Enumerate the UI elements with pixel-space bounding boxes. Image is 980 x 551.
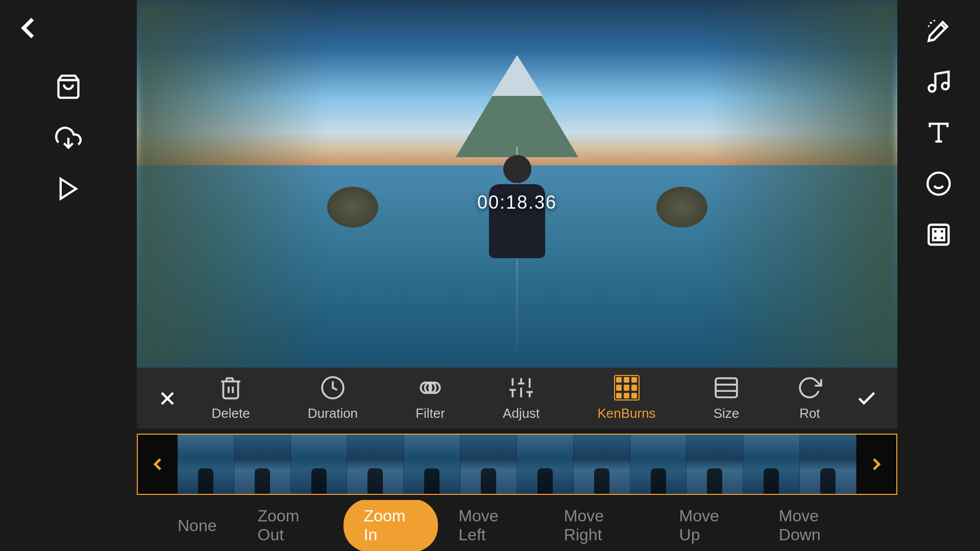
left-sidebar	[0, 0, 137, 551]
kenburns-zoom-out-label: Zoom Out	[258, 507, 323, 544]
svg-rect-33	[940, 229, 944, 234]
back-button[interactable]	[10, 10, 46, 46]
toolbar-delete[interactable]: Delete	[202, 370, 260, 427]
toolbar-kenburns[interactable]: KenBurns	[587, 370, 666, 427]
download-icon[interactable]	[48, 117, 89, 158]
kenburns-move-up-label: Move Up	[679, 507, 738, 544]
svg-point-21	[930, 22, 932, 24]
kenburns-icon	[614, 375, 640, 400]
blur-right	[707, 0, 898, 367]
frame-6	[460, 435, 517, 494]
kenburns-zoom-in[interactable]: Zoom In	[344, 499, 438, 551]
video-preview: 00:18.36	[137, 0, 897, 367]
video-timestamp: 00:18.36	[477, 192, 557, 213]
confirm-button[interactable]	[851, 383, 882, 414]
svg-point-24	[929, 85, 936, 92]
main-content: 00:18.36 Delete	[137, 0, 897, 551]
scene-container	[137, 0, 897, 367]
toolbar-adjust[interactable]: Adjust	[493, 370, 550, 427]
filter-label: Filter	[415, 406, 445, 421]
frame-7	[517, 435, 574, 494]
timeline-prev-button[interactable]	[137, 434, 178, 495]
kenburns-move-right[interactable]: Move Right	[544, 499, 659, 551]
size-label: Size	[714, 406, 740, 421]
timeline-strip	[137, 434, 897, 495]
toolbar-rotate[interactable]: Rot	[787, 370, 832, 427]
kenburns-move-left-label: Move Left	[458, 507, 523, 544]
frame-8	[574, 435, 630, 494]
toolbar-duration[interactable]: Duration	[298, 370, 368, 427]
kenburns-move-down-label: Move Down	[779, 507, 856, 544]
kenburns-move-left[interactable]: Move Left	[438, 499, 544, 551]
timeline-area	[137, 429, 897, 500]
emoji-icon[interactable]	[918, 163, 959, 204]
bottom-toolbar: Delete Duration Filter	[137, 367, 897, 429]
blur-left	[137, 0, 327, 367]
svg-rect-20	[716, 378, 737, 397]
kenburns-move-up[interactable]: Move Up	[659, 499, 758, 551]
duration-label: Duration	[308, 406, 358, 421]
svg-rect-34	[933, 236, 938, 240]
svg-point-25	[942, 83, 949, 89]
timeline-frames	[178, 434, 856, 495]
frame-3	[291, 435, 348, 494]
toolbar-filter[interactable]: Filter	[405, 370, 455, 427]
cancel-button[interactable]	[152, 383, 183, 414]
kenburns-zoom-out[interactable]: Zoom Out	[237, 499, 344, 551]
shop-icon[interactable]	[48, 66, 89, 107]
svg-point-22	[934, 20, 935, 21]
svg-point-28	[927, 172, 949, 194]
music-icon[interactable]	[918, 61, 959, 102]
kenburns-move-down[interactable]: Move Down	[758, 499, 877, 551]
frame-5	[404, 435, 460, 494]
frame-4	[347, 435, 404, 494]
toolbar-size[interactable]: Size	[703, 370, 750, 427]
right-sidebar	[897, 0, 980, 551]
svg-marker-2	[61, 179, 76, 199]
toolbar-items: Delete Duration Filter	[183, 370, 851, 427]
kenburns-zoom-in-label: Zoom In	[364, 507, 418, 544]
magic-pen-icon[interactable]	[918, 10, 959, 51]
text-icon[interactable]	[918, 112, 959, 153]
layout-icon[interactable]	[918, 214, 959, 255]
kenburns-label: KenBurns	[597, 406, 655, 421]
timeline-next-button[interactable]	[856, 434, 897, 495]
frame-1	[178, 435, 234, 494]
delete-label: Delete	[212, 406, 250, 421]
svg-rect-35	[940, 236, 944, 240]
kenburns-none[interactable]: None	[157, 509, 237, 543]
kenburns-border	[614, 375, 640, 400]
rotate-label: Rot	[799, 406, 820, 421]
frame-2	[234, 435, 291, 494]
frame-10	[687, 435, 743, 494]
frame-9	[630, 435, 687, 494]
svg-point-23	[928, 26, 929, 27]
person-head	[503, 155, 531, 183]
play-icon[interactable]	[48, 168, 89, 209]
adjust-label: Adjust	[503, 406, 540, 421]
kenburns-options: None Zoom Out Zoom In Move Left Move Rig…	[137, 500, 897, 551]
frame-12	[800, 435, 856, 494]
mountain-snow	[492, 55, 543, 96]
kenburns-none-label: None	[178, 516, 217, 535]
svg-rect-32	[933, 229, 938, 234]
frame-11	[743, 435, 800, 494]
kenburns-move-right-label: Move Right	[564, 507, 639, 544]
